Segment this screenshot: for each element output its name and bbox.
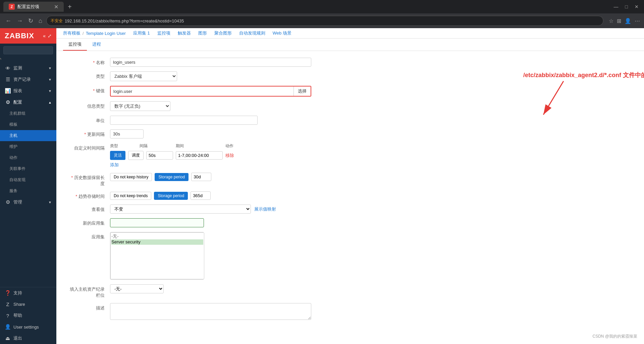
footer: CSDN @我的的紫霞辣菜 <box>56 332 644 341</box>
remove-btn[interactable]: 移除 <box>225 153 234 159</box>
flexible-btn[interactable]: 灵活 <box>110 151 125 160</box>
profile-icon[interactable]: 👤 <box>625 18 631 24</box>
sidebar-item-maintenance[interactable]: 维护 <box>0 141 56 152</box>
sidebar-item-user-settings[interactable]: 👤 User settings <box>0 321 56 333</box>
help-label: 帮助 <box>13 312 22 319</box>
new-app-input[interactable] <box>110 218 204 227</box>
history-value-input[interactable] <box>191 173 211 181</box>
trend-row: Do not keep trends Storage period <box>110 191 311 200</box>
show-value-mapping-link[interactable]: 展示值映射 <box>254 206 276 212</box>
history-storage-btn[interactable]: Storage period <box>155 173 189 181</box>
desc-textarea[interactable] <box>110 303 311 320</box>
update-interval-input[interactable] <box>110 129 144 138</box>
desc-control <box>110 303 311 321</box>
extension-icon[interactable]: ⊞ <box>617 18 621 24</box>
breadcrumb-template-name[interactable]: Template Login User <box>86 31 126 36</box>
manage-arrow: ▼ <box>48 200 52 204</box>
history-no-keep-btn[interactable]: Do not keep history <box>110 173 152 181</box>
footer-source: CSDN @我的的紫霞辣菜 <box>592 334 637 339</box>
info-type-select[interactable]: 数字 (无正负) <box>110 101 170 111</box>
name-control <box>110 58 311 67</box>
monitor-arrow: ▼ <box>48 66 52 70</box>
sidebar-item-share[interactable]: Z Share <box>0 299 56 310</box>
new-app-control <box>110 218 311 227</box>
window-close-btn[interactable]: ✕ <box>633 3 641 10</box>
unit-control <box>110 116 311 125</box>
assets-arrow: ▼ <box>48 78 52 81</box>
add-interval-btn[interactable]: 添加 <box>110 162 119 168</box>
sidebar-expand-icon[interactable]: ⤢ <box>48 33 52 39</box>
sidebar-item-host-groups[interactable]: 主机群组 <box>0 108 56 119</box>
sidebar-item-config[interactable]: ⚙ 配置 ▲ <box>0 97 56 108</box>
breadcrumb-all-templates[interactable]: 所有模板 <box>63 30 80 36</box>
tab-close-btn[interactable]: ✕ <box>54 4 58 10</box>
minimize-btn[interactable]: — <box>612 3 621 10</box>
breadcrumb-agg-graph[interactable]: 聚合图形 <box>214 30 232 36</box>
sidebar-item-assets[interactable]: ☰ 资产记录 ▼ <box>0 74 56 85</box>
bookmark-icon[interactable]: ☆ <box>609 18 613 24</box>
sidebar-item-reports[interactable]: 📊 报表 ▼ <box>0 85 56 97</box>
user-settings-label: User settings <box>13 325 39 330</box>
sidebar-item-support[interactable]: ❓ 支持 <box>0 287 56 299</box>
tab-bar: 监控项 进程 <box>56 39 644 51</box>
browser-tab[interactable]: Z 配置监控项 ✕ <box>3 2 64 12</box>
adjust-btn[interactable]: 调度 <box>128 151 144 160</box>
new-tab-btn[interactable]: + <box>68 3 72 11</box>
name-input[interactable] <box>110 58 311 67</box>
app-set-label: 应用集 <box>70 232 110 240</box>
back-btn[interactable]: ← <box>4 16 13 26</box>
menu-icon[interactable]: ⋯ <box>635 18 640 24</box>
sidebar-item-discovery[interactable]: 自动发现 <box>0 174 56 185</box>
sidebar-search-input[interactable] <box>3 46 53 54</box>
show-value-select[interactable]: 不变 <box>110 205 251 214</box>
home-btn[interactable]: ⌂ <box>37 16 44 26</box>
assets-icon: ☰ <box>5 76 11 82</box>
form-row-app-set: 应用集 -无- Server security <box>70 232 631 280</box>
breadcrumb-trigger[interactable]: 触发器 <box>178 30 191 36</box>
type-select[interactable]: Zabbix 客户端 <box>110 71 177 81</box>
key-select-btn[interactable]: 选择 <box>293 87 311 96</box>
unit-input[interactable] <box>110 116 258 125</box>
sidebar-item-help[interactable]: ? 帮助 <box>0 310 56 321</box>
refresh-btn[interactable]: ↻ <box>27 16 35 26</box>
address-bar[interactable]: 不安全 192.168.15.201/zabbix/items.php?form… <box>46 16 603 26</box>
forward-btn[interactable]: → <box>15 16 24 26</box>
sidebar-item-monitor[interactable]: 👁 监测 ▼ <box>0 62 56 74</box>
sidebar-item-correlation[interactable]: 关联事件 <box>0 163 56 174</box>
manage-icon: ⚙ <box>5 199 11 205</box>
type-label: 类型 <box>70 71 110 79</box>
app-set-select[interactable]: -无- Server security <box>110 232 204 279</box>
fill-asset-select[interactable]: -无- <box>110 284 164 293</box>
sidebar-item-actions[interactable]: 动作 <box>0 152 56 163</box>
tab-process[interactable]: 进程 <box>87 39 106 51</box>
breadcrumb-graph[interactable]: 图形 <box>198 30 207 36</box>
sidebar-collapse-icon[interactable]: « <box>43 33 46 39</box>
app-set-option-security: Server security <box>111 239 203 245</box>
sidebar-item-services[interactable]: 服务 <box>0 185 56 196</box>
sidebar-item-hosts[interactable]: 主机 <box>0 130 56 141</box>
update-interval-label: 更新间隔 <box>70 129 110 137</box>
trend-label: 趋势存储时间 <box>70 191 110 199</box>
breadcrumb-auto-discovery[interactable]: 自动发现规则 <box>239 30 265 36</box>
correlation-label: 关联事件 <box>9 166 25 172</box>
trend-value-input[interactable] <box>191 191 211 200</box>
breadcrumb-app-set[interactable]: 应用集 1 <box>133 30 150 36</box>
user-settings-icon: 👤 <box>5 324 11 330</box>
gap-input[interactable] <box>146 151 173 160</box>
trend-control: Do not keep trends Storage period <box>110 191 311 200</box>
sidebar-item-templates[interactable]: 模板 <box>0 119 56 130</box>
sidebar-item-manage[interactable]: ⚙ 管理 ▼ <box>0 196 56 208</box>
period-input[interactable] <box>176 151 223 160</box>
custom-interval-control: 类型 间隔 期间 动作 灵活 调度 移除 <box>110 143 311 168</box>
breadcrumb-monitor[interactable]: 监控项 <box>157 30 170 36</box>
trend-storage-btn[interactable]: Storage period <box>154 192 188 200</box>
key-input[interactable] <box>111 87 293 96</box>
new-app-label: 新的应用集 <box>70 218 110 226</box>
sidebar-item-logout[interactable]: ⏏ 退出 <box>0 333 56 344</box>
maximize-btn[interactable]: □ <box>623 3 630 10</box>
tab-monitor-item[interactable]: 监控项 <box>63 39 87 51</box>
breadcrumb-web-scene[interactable]: Web 场景 <box>273 30 291 36</box>
fill-asset-control: -无- <box>110 284 311 293</box>
sidebar-label-monitor: 监测 <box>13 65 22 71</box>
trend-no-keep-btn[interactable]: Do not keep trends <box>110 192 151 200</box>
